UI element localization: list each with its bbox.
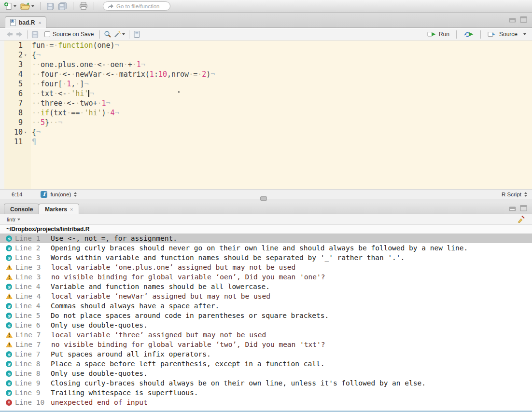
marker-row[interactable]: !Line 7no visible binding for global var… <box>0 340 532 349</box>
maximize-pane-icon[interactable] <box>520 205 527 211</box>
gutter-line-8[interactable]: 8 <box>4 108 31 118</box>
code-line-4[interactable]: ··four·<-·newVar·<-·matrix(1:10,nrow·=·2… <box>32 69 532 79</box>
code-line-5[interactable]: ··four[·1,·]¬ <box>32 79 532 89</box>
gutter-line-1[interactable]: 1 <box>4 41 31 50</box>
save-source-button[interactable] <box>30 29 40 40</box>
code-editor[interactable]: 12▾345678910▾11 fun·=·function(one)¬{¬··… <box>0 41 532 189</box>
marker-row[interactable]: sLine 9Trailing whitespace is superfluou… <box>0 388 532 398</box>
code-line-6[interactable]: ··txt·<-·'hi'¬ <box>32 89 532 98</box>
marker-row[interactable]: sLine 2Opening curly braces should never… <box>0 243 532 253</box>
marker-row[interactable]: sLine 8Only use double-quotes. <box>0 369 532 378</box>
editor-gutter: 12▾345678910▾11 <box>4 41 31 189</box>
marker-row[interactable]: sLine 6Only use double-quotes. <box>0 320 532 330</box>
code-line-9[interactable]: ··5}··¬ <box>32 118 532 127</box>
fold-arrow-icon[interactable]: ▾ <box>24 127 31 137</box>
style-icon: s <box>6 390 12 396</box>
file-type-updown-icon <box>524 192 527 197</box>
code-line-2[interactable]: {¬ <box>32 50 532 60</box>
editor-code[interactable]: fun·=·function(one)¬{¬··one.plus.one·<-·… <box>32 41 532 189</box>
clear-markers-button[interactable] <box>517 215 525 223</box>
save-icon <box>46 2 54 10</box>
forward-button[interactable] <box>14 29 24 40</box>
gutter-line-5[interactable]: 5 <box>4 79 31 89</box>
gutter-line-10[interactable]: 10▾ <box>4 127 31 137</box>
tab-bad-r[interactable]: R bad.R × <box>5 16 46 28</box>
marker-message: Only use double-quotes. <box>51 321 148 329</box>
marker-row[interactable]: sLine 7Put spaces around all infix opera… <box>0 349 532 359</box>
code-line-3[interactable]: ··one.plus.one·<-·oen·+·1¬ <box>32 60 532 69</box>
style-icon: s <box>6 255 12 261</box>
rerun-button[interactable] <box>462 29 475 40</box>
marker-row[interactable]: sLine 4Commas should always have a space… <box>0 301 532 311</box>
new-file-button[interactable] <box>3 1 17 12</box>
markers-tab-label: Markers <box>45 206 67 213</box>
run-button[interactable]: Run <box>426 29 450 40</box>
code-line-11[interactable]: ¶ <box>32 137 532 147</box>
maximize-pane-icon[interactable] <box>520 16 527 23</box>
gutter-line-11[interactable]: 11 <box>4 137 31 147</box>
file-type-selector[interactable]: R Script <box>502 192 527 197</box>
save-button[interactable] <box>45 1 55 12</box>
tab-markers[interactable]: Markers × <box>39 204 79 214</box>
open-file-caret-icon <box>31 5 34 7</box>
tab-close-icon[interactable]: × <box>38 20 41 26</box>
marker-row[interactable]: ✕Line 10unexpected end of input <box>0 398 532 407</box>
gutter-line-3[interactable]: 3 <box>4 60 31 69</box>
console-tabbar: Console Markers × <box>0 202 532 214</box>
code-line-8[interactable]: ··if(txt·==·'hi')·4¬ <box>32 108 532 118</box>
splitter-grip[interactable] <box>260 196 267 201</box>
line-number: 9 <box>4 118 24 127</box>
minimize-pane-icon[interactable] <box>509 17 516 23</box>
marker-set-selector[interactable]: lintr <box>7 217 16 222</box>
print-icon <box>79 2 88 10</box>
source-options-button[interactable] <box>521 29 527 40</box>
marker-row[interactable]: sLine 8Place a space before left parenth… <box>0 359 532 369</box>
marker-line-label: Line 7 <box>15 350 51 358</box>
warning-icon: ! <box>6 342 13 348</box>
gutter-line-2[interactable]: 2▾ <box>4 50 31 60</box>
breakpoint-margin[interactable] <box>0 41 4 189</box>
back-button[interactable] <box>5 29 14 40</box>
marker-row[interactable]: sLine 5Do not place spaces around code i… <box>0 311 532 320</box>
source-button[interactable]: Source <box>487 29 518 40</box>
marker-row[interactable]: !Line 7local variable ‘three’ assigned b… <box>0 330 532 340</box>
marker-row[interactable]: sLine 4Variable and function names shoul… <box>0 282 532 291</box>
compile-notebook-button[interactable] <box>132 29 141 40</box>
marker-message: Opening curly braces should never go on … <box>51 244 468 252</box>
save-all-button[interactable] <box>57 1 68 12</box>
code-line-10[interactable]: {¬ <box>32 127 532 137</box>
gutter-line-4[interactable]: 4 <box>4 69 31 79</box>
tab-console[interactable]: Console <box>4 204 39 214</box>
gutter-line-7[interactable]: 7 <box>4 98 31 108</box>
code-line-1[interactable]: fun·=·function(one)¬ <box>32 41 532 50</box>
marker-set-caret-icon <box>17 219 20 220</box>
marker-row[interactable]: !Line 3no visible binding for global var… <box>0 272 532 282</box>
goto-file-function-input[interactable]: Go to file/function <box>103 1 170 11</box>
toolbar-separator <box>129 30 129 39</box>
marker-row[interactable]: sLine 9Closing curly-braces should alway… <box>0 378 532 388</box>
line-number: 1 <box>4 41 24 50</box>
code-line-7[interactable]: ··three·<-·two+·1¬ <box>32 98 532 108</box>
line-number: 4 <box>4 69 24 79</box>
new-file-icon <box>4 2 13 11</box>
scope-selector[interactable]: fun(one) <box>50 192 71 197</box>
fold-arrow-icon[interactable]: ▾ <box>24 50 31 60</box>
print-button[interactable] <box>78 1 89 12</box>
magic-wand-icon <box>113 30 121 38</box>
marker-row[interactable]: !Line 4local variable ‘newVar’ assigned … <box>0 291 532 301</box>
source-on-save-checkbox[interactable] <box>44 31 50 37</box>
toolbar-separator <box>99 30 100 39</box>
marker-row[interactable]: !Line 3local variable ‘one.plus.one’ ass… <box>0 262 532 272</box>
marker-row[interactable]: sLine 1Use <-, not =, for assignment. <box>0 233 532 243</box>
open-file-button[interactable] <box>19 1 35 12</box>
gutter-line-6[interactable]: 6 <box>4 89 31 98</box>
line-number: 6 <box>4 89 24 98</box>
minimize-pane-icon[interactable] <box>509 206 516 211</box>
run-label: Run <box>439 31 449 38</box>
code-tools-button[interactable] <box>112 29 126 40</box>
find-replace-button[interactable] <box>103 29 112 40</box>
console-tab-label: Console <box>10 206 33 213</box>
gutter-line-9[interactable]: 9 <box>4 118 31 127</box>
marker-row[interactable]: sLine 3Words within variable and functio… <box>0 253 532 262</box>
markers-tab-close-icon[interactable]: × <box>70 206 73 212</box>
